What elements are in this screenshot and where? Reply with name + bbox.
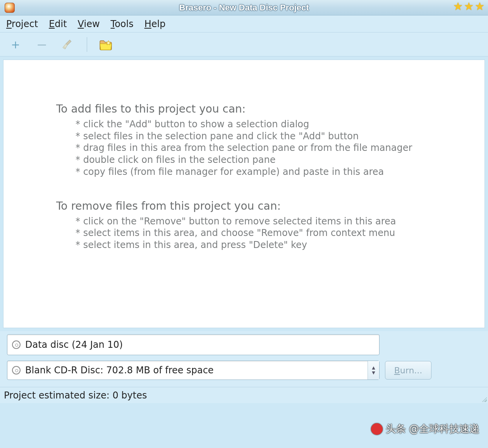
help-add-item: click the "Add" button to show a selecti… xyxy=(76,118,485,130)
window-stars: ★ ★ ★ xyxy=(453,2,485,12)
toolbar-separator xyxy=(87,37,87,52)
menu-edit[interactable]: Edit xyxy=(49,19,67,29)
status-text: Project estimated size: 0 bytes xyxy=(4,390,147,401)
help-add-item: drag files in this area from the selecti… xyxy=(76,142,485,154)
resize-grip-icon[interactable] xyxy=(481,396,487,402)
star-icon: ★ xyxy=(453,2,463,12)
burn-button[interactable]: Burn... xyxy=(385,361,431,380)
menu-help[interactable]: Help xyxy=(144,19,166,29)
menubar: Project Edit View Tools Help xyxy=(0,15,488,32)
new-folder-button[interactable] xyxy=(98,37,113,52)
star-icon: ★ xyxy=(464,2,474,12)
help-add-item: copy files (from file manager for exampl… xyxy=(76,166,485,178)
disc-name-input[interactable]: Data disc (24 Jan 10) xyxy=(7,334,380,355)
help-remove-item: select items in this area, and choose "R… xyxy=(76,227,485,239)
help-add-list: click the "Add" button to show a selecti… xyxy=(76,118,485,178)
disc-icon xyxy=(12,366,21,374)
menu-project-rest: roject xyxy=(12,19,38,29)
help-remove-list: click on the "Remove" button to remove s… xyxy=(76,215,485,251)
bottom-panel: Data disc (24 Jan 10) Blank CD-R Disc: 7… xyxy=(0,331,488,387)
remove-button[interactable]: − xyxy=(34,37,50,52)
window-title: Brasero - New Data Disc Project xyxy=(0,3,488,13)
minus-icon: − xyxy=(36,37,48,52)
menu-tools[interactable]: Tools xyxy=(111,19,134,29)
help-add-item: double click on files in the selection p… xyxy=(76,154,485,166)
statusbar: Project estimated size: 0 bytes xyxy=(0,387,488,403)
watermark: 头条 @全球科技速递 xyxy=(371,422,479,436)
titlebar: Brasero - New Data Disc Project ★ ★ ★ xyxy=(0,0,488,15)
app-icon xyxy=(5,3,15,13)
broom-icon xyxy=(62,38,74,51)
menu-view[interactable]: View xyxy=(78,19,100,29)
toolbar: ＋ − xyxy=(0,32,488,56)
star-icon: ★ xyxy=(475,2,485,12)
folder-star-icon xyxy=(99,38,113,51)
watermark-label2: @全球科技速递 xyxy=(409,422,479,436)
help-remove-item: select items in this area, and press "De… xyxy=(76,239,485,251)
chevron-updown-icon[interactable]: ▲▼ xyxy=(368,361,379,380)
plus-icon: ＋ xyxy=(9,36,22,53)
help-add-heading: To add files to this project you can: xyxy=(56,103,485,115)
disc-icon xyxy=(12,340,21,349)
watermark-icon xyxy=(371,423,383,435)
help-add-item: select files in the selection pane and c… xyxy=(76,130,485,142)
help-remove-heading: To remove files from this project you ca… xyxy=(56,200,485,212)
target-disc-value: Blank CD-R Disc: 702.8 MB of free space xyxy=(25,365,214,376)
clear-button[interactable] xyxy=(60,37,76,52)
help-remove-item: click on the "Remove" button to remove s… xyxy=(76,215,485,227)
file-drop-area[interactable]: To add files to this project you can: cl… xyxy=(3,60,485,328)
add-button[interactable]: ＋ xyxy=(8,37,23,52)
watermark-label1: 头条 xyxy=(386,422,406,436)
disc-name-value: Data disc (24 Jan 10) xyxy=(25,339,123,350)
menu-project[interactable]: Project xyxy=(6,19,38,29)
target-disc-select[interactable]: Blank CD-R Disc: 702.8 MB of free space … xyxy=(7,361,380,380)
